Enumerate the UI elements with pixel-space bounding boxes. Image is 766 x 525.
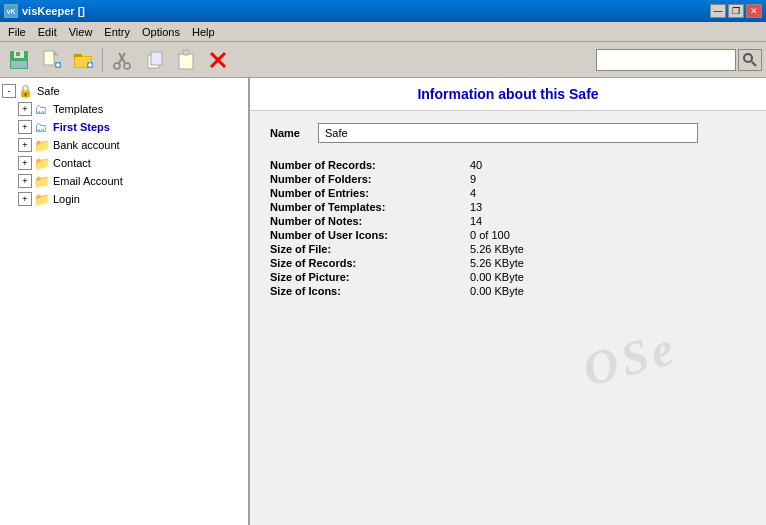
menu-bar: FileEditViewEntryOptionsHelp [0, 22, 766, 42]
info-value: 14 [470, 215, 482, 227]
menu-item-edit[interactable]: Edit [32, 24, 63, 40]
svg-rect-5 [11, 61, 27, 68]
info-row: Number of Templates:13 [270, 201, 746, 213]
info-row: Number of User Icons:0 of 100 [270, 229, 746, 241]
menu-item-options[interactable]: Options [136, 24, 186, 40]
info-value: 13 [470, 201, 482, 213]
tree-label-firststeps: First Steps [53, 121, 110, 133]
title-controls: — ❐ ✕ [710, 4, 762, 18]
expand-login[interactable]: + [18, 192, 32, 206]
svg-text:vK: vK [7, 8, 16, 15]
tree-panel: - 🔒 Safe + 🗂 Templates + 🗂 First Steps +… [0, 78, 250, 525]
expand-templates[interactable]: + [18, 102, 32, 116]
info-key: Size of Records: [270, 257, 470, 269]
info-value: 4 [470, 187, 476, 199]
delete-button[interactable] [203, 46, 233, 74]
tree-item-firststeps[interactable]: + 🗂 First Steps [0, 118, 248, 136]
content-panel: Information about this Safe Name Safe Nu… [250, 78, 766, 525]
info-key: Size of Icons: [270, 285, 470, 297]
content-title: Information about this Safe [417, 86, 598, 102]
expand-firststeps[interactable]: + [18, 120, 32, 134]
tree-item-bankaccount[interactable]: + 📁 Bank account [0, 136, 248, 154]
contact-icon: 📁 [34, 156, 50, 170]
svg-marker-7 [54, 51, 58, 55]
menu-item-view[interactable]: View [63, 24, 99, 40]
minimize-button[interactable]: — [710, 4, 726, 18]
info-key: Size of File: [270, 243, 470, 255]
open-button[interactable] [68, 46, 98, 74]
info-row: Size of Picture:0.00 KByte [270, 271, 746, 283]
name-value-box: Safe [318, 123, 698, 143]
info-table: Number of Records:40Number of Folders:9N… [270, 159, 746, 297]
emailaccount-icon: 📁 [34, 174, 50, 188]
info-key: Number of User Icons: [270, 229, 470, 241]
tree-label-emailaccount: Email Account [53, 175, 123, 187]
tree-label-safe: Safe [37, 85, 60, 97]
info-key: Size of Picture: [270, 271, 470, 283]
tree-label-login: Login [53, 193, 80, 205]
content-header: Information about this Safe [250, 78, 766, 111]
copy-button[interactable] [139, 46, 169, 74]
info-value: 40 [470, 159, 482, 171]
svg-point-22 [124, 63, 130, 69]
menu-item-entry[interactable]: Entry [98, 24, 136, 40]
toolbar [0, 42, 766, 78]
info-value: 5.26 KByte [470, 243, 524, 255]
info-value: 9 [470, 173, 476, 185]
restore-button[interactable]: ❐ [728, 4, 744, 18]
info-value: 0.00 KByte [470, 285, 524, 297]
name-row: Name Safe [270, 123, 746, 143]
cut-button[interactable] [107, 46, 137, 74]
watermark: OSe [577, 319, 683, 397]
name-label: Name [270, 127, 310, 139]
tree-item-templates[interactable]: + 🗂 Templates [0, 100, 248, 118]
info-row: Number of Entries:4 [270, 187, 746, 199]
svg-rect-6 [44, 51, 54, 65]
save-button[interactable] [4, 46, 34, 74]
info-key: Number of Templates: [270, 201, 470, 213]
search-input[interactable] [596, 49, 736, 71]
info-key: Number of Entries: [270, 187, 470, 199]
menu-item-file[interactable]: File [2, 24, 32, 40]
expand-contact[interactable]: + [18, 156, 32, 170]
info-value: 0 of 100 [470, 229, 510, 241]
toolbar-search [596, 49, 762, 71]
tree-label-contact: Contact [53, 157, 91, 169]
content-body: Name Safe Number of Records:40Number of … [250, 111, 766, 311]
info-row: Size of Icons:0.00 KByte [270, 285, 746, 297]
info-key: Number of Notes: [270, 215, 470, 227]
svg-point-30 [744, 54, 752, 62]
menu-item-help[interactable]: Help [186, 24, 221, 40]
expand-bankaccount[interactable]: + [18, 138, 32, 152]
expand-emailaccount[interactable]: + [18, 174, 32, 188]
info-row: Size of Records:5.26 KByte [270, 257, 746, 269]
new-entry-button[interactable] [36, 46, 66, 74]
tree-label-templates: Templates [53, 103, 103, 115]
info-row: Number of Folders:9 [270, 173, 746, 185]
info-row: Number of Records:40 [270, 159, 746, 171]
expand-safe[interactable]: - [2, 84, 16, 98]
title-bar: vK visKeeper [] — ❐ ✕ [0, 0, 766, 22]
safe-icon: 🔒 [18, 84, 34, 98]
svg-line-31 [752, 61, 757, 66]
bankaccount-icon: 📁 [34, 138, 50, 152]
info-row: Number of Notes:14 [270, 215, 746, 227]
info-key: Number of Records: [270, 159, 470, 171]
app-icon: vK [4, 4, 18, 18]
svg-point-21 [114, 63, 120, 69]
tree-item-login[interactable]: + 📁 Login [0, 190, 248, 208]
svg-rect-24 [151, 52, 162, 65]
toolbar-separator-1 [102, 48, 103, 72]
svg-rect-27 [183, 50, 189, 55]
title-bar-left: vK visKeeper [] [4, 4, 85, 18]
search-button[interactable] [738, 49, 762, 71]
close-button[interactable]: ✕ [746, 4, 762, 18]
svg-rect-4 [16, 52, 20, 56]
templates-icon: 🗂 [34, 102, 50, 116]
main-layout: - 🔒 Safe + 🗂 Templates + 🗂 First Steps +… [0, 78, 766, 525]
tree-item-emailaccount[interactable]: + 📁 Email Account [0, 172, 248, 190]
svg-rect-26 [179, 54, 193, 69]
tree-item-safe[interactable]: - 🔒 Safe [0, 82, 248, 100]
tree-item-contact[interactable]: + 📁 Contact [0, 154, 248, 172]
paste-button[interactable] [171, 46, 201, 74]
